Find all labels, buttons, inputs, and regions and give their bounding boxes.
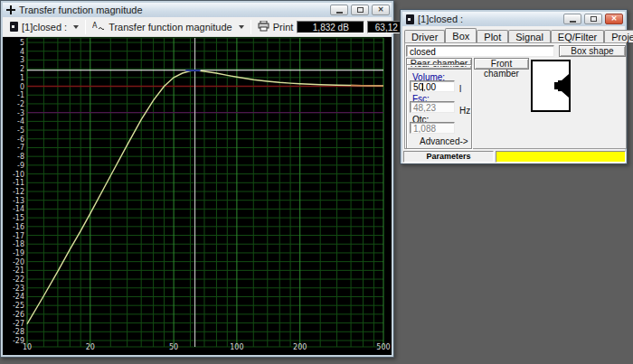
y-axis-label: -11 bbox=[13, 179, 24, 187]
dialog-title: [1]closed : bbox=[418, 14, 463, 24]
window-controls: ✕ bbox=[330, 5, 390, 15]
curve-series-1 bbox=[351, 85, 383, 86]
chevron-down-icon bbox=[239, 25, 244, 29]
close-icon: ✕ bbox=[378, 6, 384, 14]
maximize-button[interactable] bbox=[351, 5, 369, 15]
y-axis-label: 1 bbox=[20, 74, 24, 82]
tab-project[interactable]: Project bbox=[604, 30, 633, 42]
cursor-db-readout: 1,832 dB bbox=[297, 21, 364, 33]
close-button[interactable]: ✕ bbox=[372, 5, 390, 15]
toolbar-separator bbox=[85, 20, 86, 34]
y-axis-label: -2 bbox=[17, 100, 24, 108]
volume-value: 50,00 bbox=[413, 82, 436, 92]
advanced-link[interactable]: Advanced-> bbox=[420, 136, 468, 146]
qtc-value: 1,088 bbox=[413, 124, 436, 134]
plot-titlebar[interactable]: Transfer function magnitude ✕ bbox=[3, 3, 392, 17]
project-selector-label: [1]closed : bbox=[22, 22, 67, 33]
box-name-value: closed bbox=[410, 47, 436, 57]
y-axis-label: -13 bbox=[13, 197, 24, 205]
project-selector[interactable]: [1]closed : bbox=[6, 20, 82, 34]
maximize-icon bbox=[590, 16, 597, 22]
transfer-function-chart: 543210-1-2-3-4-5-6-7-8-9-10-11-12-13-14-… bbox=[3, 37, 392, 355]
y-axis-label: -12 bbox=[13, 188, 24, 196]
tab-signal[interactable]: Signal bbox=[508, 30, 551, 42]
tab-plot[interactable]: Plot bbox=[477, 30, 508, 42]
minimize-button[interactable] bbox=[563, 14, 581, 24]
front-chamber-button[interactable]: Front chamber bbox=[474, 58, 529, 70]
y-axis-label: 5 bbox=[20, 39, 24, 47]
y-axis-label: -20 bbox=[13, 258, 24, 266]
close-button[interactable]: ✕ bbox=[605, 14, 623, 24]
box-dialog: [1]closed : ✕ DriverBoxPlotSignalEQ/Filt… bbox=[400, 9, 628, 164]
y-axis-label: -25 bbox=[13, 302, 24, 310]
volume-unit: l bbox=[459, 84, 461, 94]
plot-window: Transfer function magnitude ✕ [1]closed … bbox=[0, 0, 394, 358]
qtc-input: 1,088 bbox=[410, 122, 455, 134]
y-axis-label: 0 bbox=[20, 83, 24, 91]
tab-bar: DriverBoxPlotSignalEQ/FilterProject bbox=[404, 28, 633, 42]
tab-driver[interactable]: Driver bbox=[404, 30, 445, 42]
fsc-unit: Hz bbox=[459, 106, 470, 116]
status-progress-bar bbox=[496, 151, 626, 163]
x-axis-label: 100 bbox=[230, 343, 243, 351]
y-axis-label: -27 bbox=[13, 320, 24, 328]
y-axis-label: -3 bbox=[17, 109, 24, 117]
chevron-down-icon bbox=[73, 25, 79, 29]
y-axis-label: -1 bbox=[17, 91, 24, 99]
project-icon bbox=[10, 22, 18, 32]
window-controls: ✕ bbox=[563, 14, 623, 24]
box-shape-preview bbox=[531, 60, 571, 112]
print-button[interactable]: Print bbox=[254, 19, 298, 35]
maximize-icon bbox=[357, 7, 364, 13]
y-axis-label: -21 bbox=[13, 266, 24, 275]
x-axis-label: 500 bbox=[376, 343, 390, 351]
y-axis-label: -9 bbox=[17, 162, 24, 170]
minimize-button[interactable] bbox=[330, 5, 348, 15]
y-axis-label: -22 bbox=[13, 275, 24, 284]
y-axis-label: -24 bbox=[13, 293, 24, 301]
box-name-input[interactable]: closed bbox=[406, 45, 554, 57]
close-icon: ✕ bbox=[611, 15, 618, 23]
y-axis-label: -23 bbox=[13, 285, 24, 293]
tab-box[interactable]: Box bbox=[445, 28, 477, 42]
y-axis-label: -15 bbox=[13, 214, 24, 222]
print-label: Print bbox=[273, 22, 294, 33]
y-axis-label: 3 bbox=[20, 56, 24, 64]
maximize-button[interactable] bbox=[584, 14, 602, 24]
y-axis-label: -14 bbox=[13, 205, 24, 213]
fsc-value: 48,23 bbox=[413, 103, 436, 113]
y-axis-label: -10 bbox=[13, 171, 24, 179]
graph-type-selector[interactable]: A Transfer function magnitude bbox=[89, 19, 248, 35]
transfer-function-icon: A bbox=[92, 21, 105, 33]
box-shape-button[interactable]: Box shape bbox=[559, 45, 626, 57]
minimize-icon bbox=[336, 12, 343, 14]
text-caret bbox=[422, 83, 423, 91]
y-axis-label: -7 bbox=[17, 144, 24, 152]
y-axis-label: -18 bbox=[13, 240, 24, 248]
x-axis-label: 200 bbox=[293, 343, 307, 351]
volume-input[interactable]: 50,00 bbox=[410, 80, 455, 92]
y-axis-label: -8 bbox=[17, 153, 24, 161]
y-axis-label: -5 bbox=[17, 126, 24, 135]
svg-text:A: A bbox=[92, 22, 98, 30]
plot-window-title: Transfer function magnitude bbox=[19, 5, 143, 15]
graph-type-label: Transfer function magnitude bbox=[109, 22, 232, 33]
y-axis-label: 4 bbox=[20, 48, 24, 56]
plot-area[interactable]: 543210-1-2-3-4-5-6-7-8-9-10-11-12-13-14-… bbox=[3, 37, 392, 355]
y-axis-label: -6 bbox=[17, 135, 24, 144]
minimize-icon bbox=[570, 21, 576, 23]
y-axis-label: -16 bbox=[13, 223, 24, 231]
status-parameters: Parameters bbox=[403, 151, 494, 163]
x-axis-label: 20 bbox=[86, 343, 95, 351]
y-axis-label: -26 bbox=[13, 311, 24, 319]
box-tab-page: closed Box shape Rear chamber Front cham… bbox=[404, 42, 627, 149]
dialog-titlebar[interactable]: [1]closed : ✕ bbox=[402, 12, 625, 26]
y-axis-label: -28 bbox=[13, 328, 24, 336]
printer-icon bbox=[258, 21, 269, 33]
tab-eq-filter[interactable]: EQ/Filter bbox=[551, 30, 604, 42]
y-axis-label: -19 bbox=[13, 249, 24, 257]
toolbar-separator bbox=[250, 20, 251, 34]
crosshair-icon bbox=[6, 5, 15, 14]
y-axis-label: 2 bbox=[20, 65, 24, 73]
x-axis-label: 50 bbox=[169, 343, 178, 351]
